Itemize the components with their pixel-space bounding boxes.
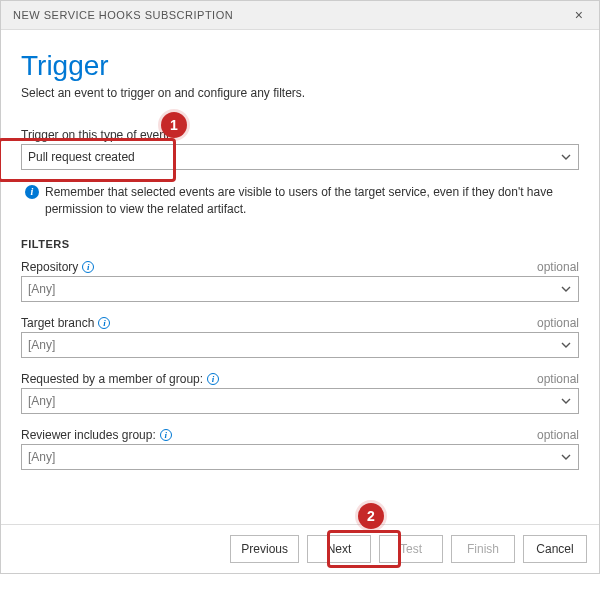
optional-label: optional	[537, 372, 579, 386]
help-icon[interactable]: i	[82, 261, 94, 273]
test-button[interactable]: Test	[379, 535, 443, 563]
requested-by-value: [Any]	[28, 394, 55, 408]
callout-badge-1: 1	[161, 112, 187, 138]
optional-label: optional	[537, 316, 579, 330]
repository-field: Repository i optional [Any]	[21, 260, 579, 302]
reviewer-value: [Any]	[28, 450, 55, 464]
cancel-button[interactable]: Cancel	[523, 535, 587, 563]
event-type-field: Trigger on this type of event Pull reque…	[21, 128, 579, 170]
reviewer-label: Reviewer includes group:	[21, 428, 156, 442]
requested-by-field: Requested by a member of group: i option…	[21, 372, 579, 414]
dialog-content: Trigger Select an event to trigger on an…	[1, 30, 599, 494]
event-type-value: Pull request created	[28, 150, 135, 164]
close-icon[interactable]: ×	[571, 7, 587, 23]
requested-by-label: Requested by a member of group:	[21, 372, 203, 386]
chevron-down-icon	[560, 395, 572, 407]
event-type-label: Trigger on this type of event	[21, 128, 169, 142]
chevron-down-icon	[560, 151, 572, 163]
repository-select[interactable]: [Any]	[21, 276, 579, 302]
titlebar: NEW SERVICE HOOKS SUBSCRIPTION ×	[1, 1, 599, 30]
info-icon: i	[25, 185, 39, 199]
info-text: Remember that selected events are visibl…	[45, 184, 579, 218]
previous-button[interactable]: Previous	[230, 535, 299, 563]
info-note: i Remember that selected events are visi…	[25, 184, 579, 218]
help-icon[interactable]: i	[160, 429, 172, 441]
chevron-down-icon	[560, 339, 572, 351]
page-title: Trigger	[21, 50, 579, 82]
help-icon[interactable]: i	[98, 317, 110, 329]
dialog-footer: 2 Previous Next Test Finish Cancel	[1, 524, 599, 573]
help-icon[interactable]: i	[207, 373, 219, 385]
filters-header: FILTERS	[21, 238, 579, 250]
reviewer-field: Reviewer includes group: i optional [Any…	[21, 428, 579, 470]
callout-badge-2: 2	[358, 503, 384, 529]
repository-label: Repository	[21, 260, 78, 274]
target-branch-select[interactable]: [Any]	[21, 332, 579, 358]
dialog-title: NEW SERVICE HOOKS SUBSCRIPTION	[13, 9, 233, 21]
optional-label: optional	[537, 428, 579, 442]
next-button[interactable]: Next	[307, 535, 371, 563]
event-type-select[interactable]: Pull request created	[21, 144, 579, 170]
dialog: NEW SERVICE HOOKS SUBSCRIPTION × Trigger…	[0, 0, 600, 574]
chevron-down-icon	[560, 283, 572, 295]
target-branch-label: Target branch	[21, 316, 94, 330]
target-branch-value: [Any]	[28, 338, 55, 352]
repository-value: [Any]	[28, 282, 55, 296]
optional-label: optional	[537, 260, 579, 274]
page-subtitle: Select an event to trigger on and config…	[21, 86, 579, 100]
reviewer-select[interactable]: [Any]	[21, 444, 579, 470]
requested-by-select[interactable]: [Any]	[21, 388, 579, 414]
chevron-down-icon	[560, 451, 572, 463]
target-branch-field: Target branch i optional [Any]	[21, 316, 579, 358]
finish-button[interactable]: Finish	[451, 535, 515, 563]
